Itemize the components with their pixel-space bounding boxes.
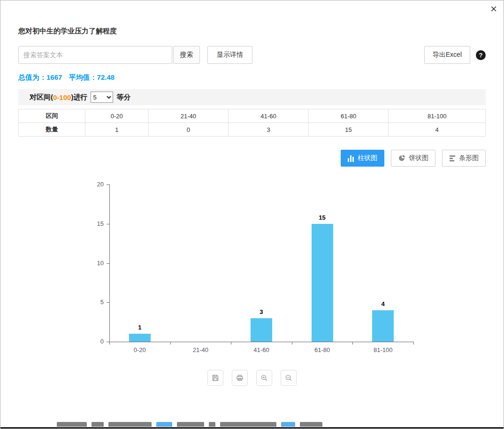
x-axis-tick	[413, 342, 414, 345]
x-axis-tick	[352, 342, 353, 345]
bar-chart-icon	[348, 155, 354, 162]
table-cell: 0	[148, 123, 229, 137]
table-cell: 41-60	[229, 109, 309, 123]
bar	[372, 310, 394, 342]
x-axis-label: 61-80	[292, 346, 353, 353]
x-axis-label: 81-100	[352, 346, 413, 353]
hbar-chart-button[interactable]: 条形图	[442, 150, 486, 167]
interval-count-table: 区间 0-20 21-40 41-60 61-80 81-100 数量 1 0 …	[18, 109, 486, 137]
bar-chart: 051015200-20121-4041-60361-801581-1004	[18, 179, 486, 364]
hbar-chart-button-label: 条形图	[459, 154, 479, 162]
interval-text-prefix: 对区间(	[30, 93, 53, 102]
interval-range: 0-100	[53, 93, 71, 101]
show-details-button[interactable]: 显示详情	[207, 46, 252, 64]
y-axis-line	[109, 184, 110, 342]
x-axis-tick	[170, 342, 171, 345]
interval-settings-band: 对区间(0-100)进行 5 等分	[18, 89, 486, 105]
bar	[129, 334, 151, 342]
x-axis-label: 41-60	[231, 346, 292, 353]
y-axis-label: 5	[83, 299, 104, 306]
toolbar-row: 搜索 显示详情 导出Excel ?	[18, 46, 486, 64]
table-header-interval: 区间	[19, 109, 85, 123]
clipped-text-fragment	[281, 422, 295, 427]
bar	[251, 318, 272, 342]
table-cell: 0-20	[85, 109, 149, 123]
chart-type-switcher: 柱状图 饼状图 条形图	[18, 150, 486, 167]
print-icon[interactable]	[232, 370, 248, 386]
bar-value-label: 4	[352, 300, 413, 307]
save-icon[interactable]	[207, 370, 223, 386]
answer-search-input[interactable]	[18, 46, 172, 64]
x-axis-label: 0-20	[109, 346, 170, 353]
total-label: 总值为：	[18, 73, 46, 81]
question-title: 您对初中生的学业压力了解程度	[18, 27, 486, 36]
y-axis-label: 20	[83, 181, 104, 188]
x-axis-tick	[292, 342, 292, 345]
table-cell: 3	[229, 123, 309, 137]
pie-chart-icon	[398, 154, 405, 162]
interval-text-middle: )进行	[71, 93, 87, 102]
x-axis-tick	[109, 342, 110, 345]
bar-value-label: 3	[231, 308, 292, 315]
y-axis-tick	[107, 184, 109, 185]
table-header-count: 数量	[19, 123, 85, 137]
bar-value-label: 15	[292, 214, 353, 221]
bar-chart-button-label: 柱状图	[358, 154, 377, 162]
x-axis-line	[109, 342, 414, 342]
y-axis-tick	[107, 302, 109, 303]
x-axis-label: 21-40	[170, 346, 231, 353]
y-axis-label: 10	[83, 260, 104, 267]
chart-toolbox	[18, 370, 486, 386]
clipped-text-fragment	[108, 422, 152, 427]
y-axis-tick	[107, 224, 109, 224]
table-cell: 1	[85, 123, 149, 137]
table-cell: 21-40	[148, 109, 229, 123]
table-cell: 61-80	[308, 109, 389, 123]
equal-parts-select[interactable]: 5	[91, 92, 113, 103]
bar-value-label: 1	[109, 324, 170, 331]
table-cell: 4	[389, 123, 486, 137]
clipped-text-fragment	[92, 422, 104, 427]
table-cell: 15	[308, 123, 389, 137]
window-bottom-edge	[0, 427, 504, 429]
average-value: 72.48	[97, 73, 115, 81]
x-axis-tick	[231, 342, 231, 345]
statistics-modal: × 您对初中生的学业压力了解程度 搜索 显示详情 导出Excel ? 总值为：1…	[0, 0, 504, 429]
clipped-text-fragment	[156, 422, 172, 427]
export-excel-button[interactable]: 导出Excel	[424, 46, 470, 64]
table-row: 区间 0-20 21-40 41-60 61-80 81-100	[19, 109, 486, 123]
pie-chart-button[interactable]: 饼状图	[391, 150, 435, 167]
clipped-text-fragment	[177, 422, 204, 427]
clipped-text-fragment	[209, 422, 215, 427]
average-label: 平均值：	[69, 73, 97, 81]
clipped-text-fragment	[300, 422, 322, 427]
y-axis-label: 0	[83, 338, 104, 345]
zoom-in-icon[interactable]	[256, 370, 272, 386]
pie-chart-button-label: 饼状图	[409, 154, 428, 162]
interval-text-suffix: 等分	[116, 93, 130, 102]
help-icon[interactable]: ?	[476, 50, 486, 60]
hbar-chart-icon	[449, 155, 456, 162]
close-icon[interactable]: ×	[490, 2, 497, 15]
clipped-text-fragment	[57, 422, 87, 427]
search-button[interactable]: 搜索	[173, 46, 200, 64]
clipped-next-question-row	[57, 422, 457, 427]
y-axis-tick	[107, 263, 109, 264]
clipped-text-fragment	[220, 422, 276, 427]
total-value: 1667	[46, 73, 62, 81]
table-row: 数量 1 0 3 15 4	[19, 123, 486, 137]
bar	[312, 224, 333, 342]
y-axis-label: 15	[83, 220, 104, 227]
modal-content: 您对初中生的学业压力了解程度 搜索 显示详情 导出Excel ? 总值为：166…	[0, 27, 504, 386]
bar-chart-button[interactable]: 柱状图	[341, 150, 384, 167]
stats-line: 总值为：1667 平均值：72.48	[18, 73, 486, 82]
table-cell: 81-100	[389, 109, 486, 123]
zoom-out-icon[interactable]	[281, 370, 297, 386]
